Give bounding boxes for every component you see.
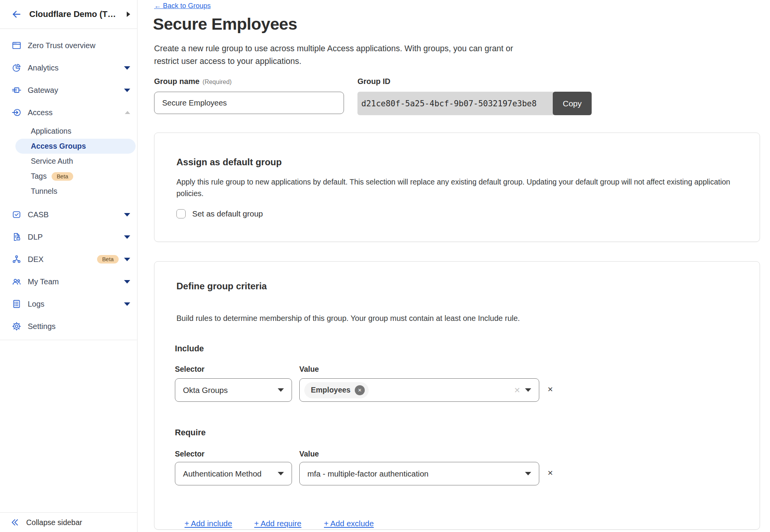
gear-icon (12, 321, 22, 331)
chevron-down-icon (278, 472, 284, 475)
dlp-document-lock-icon (12, 232, 22, 242)
remove-include-rule-icon[interactable]: ✕ (547, 385, 553, 394)
back-to-groups-link[interactable]: ← Back to Groups (154, 2, 211, 10)
require-selector-value: Authentication Method (183, 469, 273, 478)
sidebar-item-logs[interactable]: Logs (0, 293, 137, 315)
sidebar-item-service-auth[interactable]: Service Auth (0, 154, 137, 169)
group-id-field: d21ce80f-5a25-4bcf-9b07-5032197e3be8 Cop… (357, 92, 592, 115)
chevron-down-icon[interactable] (124, 89, 130, 92)
chip-remove-icon[interactable]: ✕ (355, 385, 365, 395)
sidebar-item-analytics[interactable]: Analytics (0, 57, 137, 79)
gateway-icon (12, 85, 22, 95)
sidebar-item-access[interactable]: Access (0, 101, 137, 124)
analytics-pie-icon (12, 63, 22, 73)
sidebar-item-dlp[interactable]: DLP (0, 226, 137, 248)
sidebar-item-settings[interactable]: Settings (0, 315, 137, 337)
chevron-down-icon (525, 388, 531, 392)
sidebar-item-tags[interactable]: Tags Beta (0, 169, 137, 184)
chevron-down-icon (525, 472, 531, 475)
default-group-card: Assign as default group Apply this rule … (154, 133, 760, 242)
sidebar-item-label: Service Auth (31, 157, 73, 166)
page-title: Secure Employees (153, 15, 297, 34)
criteria-card-description: Build rules to determine membership of t… (176, 312, 743, 324)
sidebar-item-dex[interactable]: DEX Beta (0, 248, 137, 270)
team-people-icon (12, 277, 22, 287)
include-value-multiselect[interactable]: Employees ✕ ✕ (299, 378, 539, 402)
set-default-group-label: Set as default group (192, 209, 263, 218)
require-value-dropdown[interactable]: mfa - multiple-factor authentication (299, 462, 539, 485)
group-id-value: d21ce80f-5a25-4bcf-9b07-5032197e3be8 (357, 92, 554, 115)
group-name-input[interactable] (154, 92, 344, 114)
sidebar-item-label: Settings (28, 322, 130, 331)
back-arrow-icon[interactable] (11, 9, 22, 19)
default-group-card-title: Assign as default group (176, 157, 282, 168)
sidebar-item-gateway[interactable]: Gateway (0, 79, 137, 101)
chevron-down-icon[interactable] (124, 280, 130, 284)
value-chip: Employees ✕ (304, 382, 369, 398)
chevron-down-icon[interactable] (124, 66, 130, 70)
selector-label: Selector (175, 450, 205, 458)
require-heading: Require (175, 428, 206, 438)
chevron-up-icon[interactable] (125, 111, 130, 114)
beta-badge: Beta (97, 255, 119, 263)
selector-label: Selector (175, 365, 205, 374)
add-require-link[interactable]: + Add require (254, 519, 302, 528)
chevron-down-icon[interactable] (124, 213, 130, 216)
sidebar-item-label: Applications (31, 127, 71, 136)
require-selector-dropdown[interactable]: Authentication Method (175, 462, 292, 485)
chevron-down-icon[interactable] (124, 258, 130, 261)
sidebar-item-applications[interactable]: Applications (0, 124, 137, 139)
include-selector-value: Okta Groups (183, 386, 273, 395)
add-exclude-link[interactable]: + Add exclude (324, 519, 374, 528)
sidebar-item-label: My Team (28, 277, 124, 286)
sidebar-item-label: Tunnels (31, 187, 57, 196)
require-rule-row: Authentication Method mfa - multiple-fac… (175, 462, 575, 485)
chevron-down-icon[interactable] (124, 302, 130, 306)
criteria-card: Define group criteria Build rules to det… (154, 261, 760, 530)
criteria-card-title: Define group criteria (176, 281, 267, 292)
sidebar-item-my-team[interactable]: My Team (0, 270, 137, 293)
sidebar-item-label: Tags (31, 172, 47, 181)
include-rule-row: Okta Groups Employees ✕ ✕ ✕ (175, 378, 575, 402)
sidebar-item-label: Logs (28, 300, 124, 309)
chevron-down-icon[interactable] (124, 235, 130, 239)
logs-list-icon (12, 299, 22, 309)
clear-values-icon[interactable]: ✕ (514, 386, 520, 395)
chevron-right-icon[interactable] (127, 12, 130, 17)
set-default-group-option[interactable]: Set as default group (176, 209, 263, 218)
require-value-text: mfa - multiple-factor authentication (307, 469, 520, 478)
collapse-sidebar-label: Collapse sidebar (26, 518, 82, 527)
copy-button[interactable]: Copy (553, 92, 592, 115)
sidebar: Cloudflare Demo (T… Zero Trust overview … (0, 0, 138, 532)
collapse-sidebar-button[interactable]: Collapse sidebar (0, 512, 137, 532)
set-default-group-checkbox[interactable] (176, 209, 186, 218)
group-id-label: Group ID (357, 77, 391, 86)
sidebar-header: Cloudflare Demo (T… (0, 0, 137, 29)
access-login-icon (12, 107, 22, 117)
overview-window-icon (12, 40, 22, 50)
sidebar-item-zero-trust-overview[interactable]: Zero Trust overview (0, 34, 137, 57)
sidebar-item-casb[interactable]: CASB (0, 203, 137, 226)
sidebar-item-label: CASB (28, 210, 124, 219)
sidebar-item-tunnels[interactable]: Tunnels (0, 184, 137, 199)
casb-check-icon (12, 210, 22, 220)
sidebar-item-label: DEX (28, 255, 92, 264)
sidebar-item-access-groups[interactable]: Access Groups (15, 139, 136, 154)
sidebar-item-label: Access (28, 108, 125, 117)
sidebar-item-label: Zero Trust overview (28, 41, 130, 50)
add-include-link[interactable]: + Add include (185, 519, 232, 528)
access-sub-menu: Applications Access Groups Service Auth … (0, 124, 137, 199)
dex-network-icon (12, 254, 22, 264)
group-name-label: Group name(Required) (154, 77, 232, 86)
default-group-card-description: Apply this rule group to new application… (176, 176, 743, 199)
remove-require-rule-icon[interactable]: ✕ (547, 469, 553, 477)
required-hint: (Required) (203, 79, 232, 85)
double-chevron-left-icon (10, 518, 19, 527)
include-heading: Include (175, 344, 204, 354)
sidebar-item-label: DLP (28, 233, 124, 242)
sidebar-item-label: Gateway (28, 86, 124, 95)
include-selector-dropdown[interactable]: Okta Groups (175, 378, 292, 402)
sidebar-item-label: Access Groups (31, 142, 86, 151)
beta-badge: Beta (52, 172, 73, 181)
value-label: Value (299, 365, 319, 374)
